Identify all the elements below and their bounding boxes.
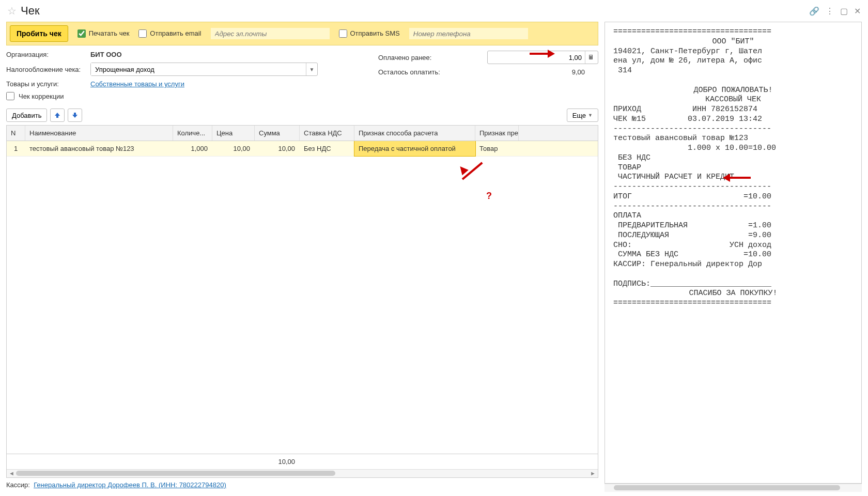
action-bar: Пробить чек Печатать чек Отправить email… [6, 22, 598, 45]
cell-name[interactable]: тестовый авансовый товар №123 [25, 141, 173, 156]
col-qty[interactable]: Количе... [173, 126, 212, 141]
send-sms-label: Отправить SMS [350, 30, 400, 37]
cell-sum[interactable]: 10,00 [255, 141, 300, 156]
goods-services-link[interactable]: Собственные товары и услуги [90, 80, 184, 88]
col-subject[interactable]: Признак пре [475, 126, 519, 141]
left-to-pay-label: Осталось оплатить: [378, 68, 445, 76]
footer-sum: 10,00 [255, 454, 300, 469]
paid-before-label: Оплачено ранее: [378, 54, 445, 61]
more-button[interactable]: Еще▼ [567, 109, 598, 122]
receipt-preview: ================================== ООО "… [605, 22, 862, 484]
add-button[interactable]: Добавить [6, 109, 47, 122]
move-up-button[interactable] [50, 109, 65, 122]
col-sum[interactable]: Сумма [255, 126, 300, 141]
send-email-checkbox[interactable] [138, 29, 147, 38]
print-receipt-label: Печатать чек [89, 30, 130, 37]
col-vat[interactable]: Ставка НДС [300, 126, 354, 141]
taxation-label: Налогообложение чека: [6, 66, 86, 73]
taxation-dropdown-icon[interactable]: ▼ [306, 63, 317, 75]
phone-input[interactable] [409, 28, 528, 39]
col-price[interactable]: Цена [212, 126, 255, 141]
taxation-select[interactable] [91, 63, 306, 75]
cell-qty[interactable]: 1,000 [173, 141, 212, 156]
table-horizontal-scrollbar[interactable]: ◄► [7, 469, 598, 477]
move-down-button[interactable] [68, 109, 82, 122]
cell-price[interactable]: 10,00 [212, 141, 255, 156]
organization-label: Организация: [6, 51, 86, 58]
more-menu-icon[interactable]: ⋮ [826, 6, 834, 16]
link-icon[interactable]: 🔗 [809, 6, 819, 16]
send-sms-checkbox[interactable] [339, 29, 347, 38]
col-n[interactable]: N [7, 126, 25, 141]
table-row[interactable]: 1 тестовый авансовый товар №123 1,000 10… [7, 141, 598, 157]
cell-method[interactable]: Передача с частичной оплатой [354, 141, 475, 156]
punch-receipt-button[interactable]: Пробить чек [10, 25, 68, 42]
cell-n[interactable]: 1 [7, 141, 25, 156]
organization-value: БИТ ООО [90, 51, 122, 58]
cashier-link[interactable]: Генеральный директор Дорофеев П. В. (ИНН… [34, 481, 226, 489]
close-icon[interactable]: ✕ [854, 6, 861, 16]
items-table: N Наименование Количе... Цена Сумма Став… [6, 125, 598, 478]
receipt-horizontal-scrollbar[interactable] [605, 484, 862, 492]
col-name[interactable]: Наименование [25, 126, 173, 141]
col-method[interactable]: Признак способа расчета [354, 126, 475, 141]
cashier-label: Кассир: [6, 481, 30, 489]
calculator-icon[interactable]: 🖩 [585, 51, 596, 64]
send-email-label: Отправить email [150, 30, 201, 37]
favorite-star-icon[interactable]: ☆ [7, 5, 17, 17]
paid-before-input[interactable] [488, 54, 585, 61]
email-input[interactable] [211, 28, 330, 39]
window-title: Чек [21, 4, 809, 18]
correction-receipt-label: Чек коррекции [19, 92, 64, 100]
correction-receipt-checkbox[interactable] [6, 92, 14, 100]
print-receipt-checkbox[interactable] [78, 29, 86, 38]
cell-vat[interactable]: Без НДС [300, 141, 354, 156]
goods-services-label: Товары и услуги: [6, 80, 86, 88]
maximize-icon[interactable]: ▢ [840, 6, 848, 16]
cell-subject[interactable]: Товар [475, 141, 519, 156]
left-to-pay-value: 9,00 [487, 68, 598, 76]
